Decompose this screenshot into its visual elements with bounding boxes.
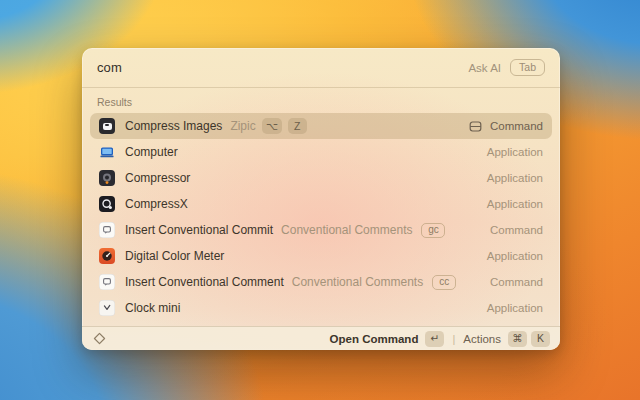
- result-row-insert-conventional-comment[interactable]: Insert Conventional Comment Conventional…: [90, 269, 552, 295]
- compressx-app-icon: [99, 196, 115, 212]
- alias-badge: cc: [432, 275, 456, 290]
- tab-key-badge: Tab: [510, 59, 545, 77]
- result-row-computer[interactable]: Computer Application: [90, 139, 552, 165]
- return-key-badge: ↵: [425, 331, 444, 347]
- result-row-compress-images[interactable]: Compress Images Zipic ⌥ Z Command: [90, 113, 552, 139]
- zipic-app-icon: [99, 118, 115, 134]
- z-key-badge: Z: [288, 118, 307, 134]
- result-title: Digital Color Meter: [125, 249, 224, 263]
- result-type: Command: [490, 120, 543, 132]
- result-type: Application: [487, 198, 543, 210]
- results-section-header: Results: [90, 88, 552, 113]
- result-title: Insert Conventional Comment: [125, 275, 284, 289]
- conventional-comments-icon: [99, 274, 115, 290]
- desktop-wallpaper: com Ask AI Tab Results Compress Images Z…: [0, 0, 640, 400]
- result-row-compressor[interactable]: Compressor Application: [90, 165, 552, 191]
- result-subtitle: Conventional Comments: [281, 223, 412, 237]
- result-type: Application: [487, 302, 543, 314]
- result-row-compressx[interactable]: CompressX Application: [90, 191, 552, 217]
- raycast-logo-icon: [92, 331, 107, 346]
- compressor-app-icon: [99, 170, 115, 186]
- result-type: Application: [487, 250, 543, 262]
- result-type: Command: [490, 224, 543, 236]
- search-input[interactable]: com: [97, 60, 122, 75]
- result-type: Application: [487, 146, 543, 158]
- open-command-action[interactable]: Open Command: [330, 333, 419, 345]
- alias-badge: gc: [421, 223, 445, 238]
- option-key-badge: ⌥: [262, 118, 282, 134]
- result-row-insert-conventional-commit[interactable]: Insert Conventional Commit Conventional …: [90, 217, 552, 243]
- result-type: Command: [490, 276, 543, 288]
- result-title: Compressor: [125, 171, 190, 185]
- conventional-comments-icon: [99, 222, 115, 238]
- result-row-digital-color-meter[interactable]: Digital Color Meter Application: [90, 243, 552, 269]
- raycast-launcher-window: com Ask AI Tab Results Compress Images Z…: [82, 48, 560, 350]
- result-subtitle: Conventional Comments: [292, 275, 423, 289]
- result-title: Compress Images: [125, 119, 222, 133]
- result-title: Computer: [125, 145, 178, 159]
- actions-button[interactable]: Actions: [463, 333, 501, 345]
- result-title: CompressX: [125, 197, 188, 211]
- command-drive-icon: [469, 120, 482, 133]
- footer-divider: |: [452, 333, 455, 345]
- result-title: Clock mini: [125, 301, 180, 315]
- result-type: Application: [487, 172, 543, 184]
- clock-mini-icon: [99, 300, 115, 316]
- command-key-badge: ⌘: [508, 331, 527, 347]
- k-key-badge: K: [531, 331, 550, 347]
- result-subtitle: Zipic: [230, 119, 255, 133]
- ask-ai-label[interactable]: Ask AI: [468, 62, 501, 74]
- result-title: Insert Conventional Commit: [125, 223, 273, 237]
- search-bar: com Ask AI Tab: [82, 48, 560, 88]
- footer-bar: Open Command ↵ | Actions ⌘ K: [82, 326, 560, 350]
- results-list: Results Compress Images Zipic ⌥ Z Comman…: [82, 88, 560, 326]
- result-row-clock-mini[interactable]: Clock mini Application: [90, 295, 552, 321]
- digital-color-meter-icon: [99, 248, 115, 264]
- computer-app-icon: [99, 144, 115, 160]
